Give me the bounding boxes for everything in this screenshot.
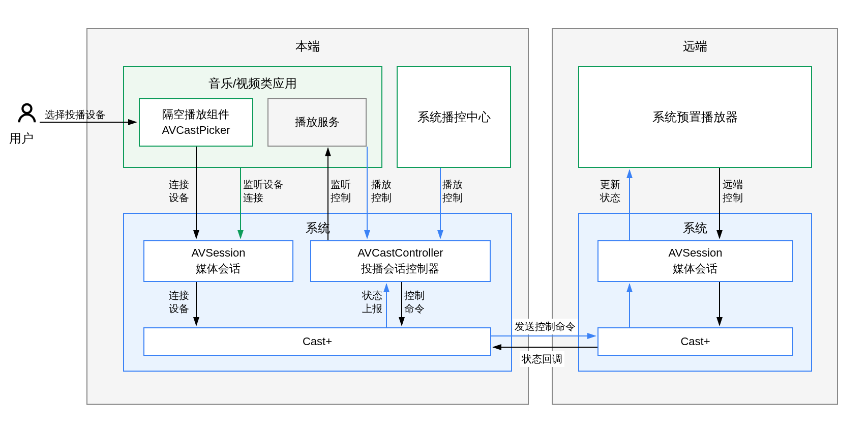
arrow-select-device: 选择投播设备: [45, 108, 106, 121]
arrow-connect-device-2: 连接 设备: [169, 289, 189, 315]
arrow-remote-control: 远端 控制: [723, 178, 743, 204]
arrow-play-control-1: 播放 控制: [371, 178, 392, 204]
local-cast-box: Cast+: [143, 327, 491, 356]
arrow-status-report: 状态 上报: [362, 289, 382, 315]
arrow-update-status: 更新 状态: [600, 178, 620, 204]
remote-system-title: 系统: [578, 220, 812, 236]
remote-player-box: 系统预置播放器: [578, 66, 812, 168]
remote-cast-box: Cast+: [597, 327, 793, 356]
play-service-box: 播放服务: [267, 98, 367, 147]
remote-avsession-box: AVSession 媒体会话: [597, 240, 793, 282]
svg-point-0: [22, 104, 31, 113]
user-label: 用户: [9, 130, 34, 146]
arrow-listen-control: 监听 控制: [331, 178, 351, 204]
avcastpicker-box: 隔空播放组件 AVCastPicker: [139, 98, 253, 147]
app-title: 音乐/视频类应用: [123, 75, 382, 92]
control-center-box: 系统播控中心: [397, 66, 511, 168]
local-avsession-box: AVSession 媒体会话: [143, 240, 293, 282]
avcastcontroller-box: AVCastController 投播会话控制器: [310, 240, 491, 282]
arrow-status-callback: 状态回调: [520, 351, 564, 367]
arrow-listen-connect: 监听设备 连接: [243, 178, 284, 204]
arrow-connect-device-1: 连接 设备: [169, 178, 189, 204]
arrow-control-cmd: 控制 命令: [404, 289, 425, 315]
local-title: 本端: [87, 38, 528, 54]
arrow-send-cmd: 发送控制命令: [513, 319, 578, 334]
user-icon: [15, 102, 39, 125]
local-system-title: 系统: [123, 220, 512, 236]
arrow-play-control-2: 播放 控制: [442, 178, 463, 204]
remote-title: 远端: [553, 38, 837, 54]
